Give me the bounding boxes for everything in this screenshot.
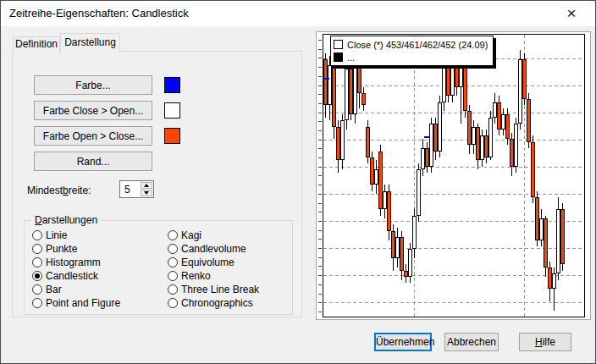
y-axis-tick bbox=[318, 194, 322, 195]
radio-icon bbox=[32, 298, 42, 308]
y-axis-tick bbox=[318, 239, 322, 240]
close-button[interactable]: × bbox=[555, 1, 588, 25]
radio-label: Bar bbox=[46, 284, 62, 295]
radio-icon bbox=[32, 244, 42, 254]
y-axis-tick bbox=[318, 94, 322, 95]
y-axis-tick bbox=[318, 49, 322, 50]
min-width-label: Mindestbreite: bbox=[27, 185, 91, 196]
radio-label: Chronographics bbox=[181, 298, 253, 309]
radio-icon bbox=[168, 298, 178, 308]
y-axis-tick bbox=[318, 40, 322, 41]
y-axis-tick bbox=[318, 58, 322, 58]
radio-label: Histogramm bbox=[46, 257, 101, 268]
darstellungen-groupbox: Darstellungen LiniePunkteHistogrammCandl… bbox=[24, 220, 293, 315]
radio-label: Renko bbox=[181, 271, 211, 282]
y-axis-tick bbox=[318, 130, 322, 131]
help-button[interactable]: Hilfe bbox=[519, 333, 571, 351]
y-axis-tick bbox=[318, 203, 322, 204]
spin-up-button[interactable] bbox=[141, 182, 152, 189]
radio-label: Three Line Break bbox=[181, 284, 259, 295]
y-axis-tick bbox=[318, 121, 322, 122]
y-axis-tick bbox=[318, 103, 322, 104]
farbe-swatch bbox=[164, 77, 180, 93]
radio-label: Candlevolume bbox=[181, 244, 246, 255]
y-axis-tick bbox=[318, 167, 322, 168]
legend-item: ... bbox=[334, 51, 488, 63]
y-axis-tick bbox=[318, 284, 322, 285]
radio-icon bbox=[168, 284, 178, 295]
y-axis-tick bbox=[318, 148, 322, 149]
candlestick-chart bbox=[323, 35, 584, 317]
farbe-open-close-swatch bbox=[164, 128, 180, 144]
farbe-close-open-swatch bbox=[164, 102, 180, 119]
titlebar: Zeitreihe-Eigenschaften: Candlestick × bbox=[1, 1, 595, 26]
y-axis-tick bbox=[318, 212, 322, 212]
chart-preview-panel: Close (*) 453/461/462/452 (24.09)... bbox=[316, 31, 591, 320]
darstellungen-group-label: Darstellungen bbox=[31, 214, 101, 226]
radio-icon bbox=[32, 271, 42, 281]
y-axis-tick bbox=[318, 76, 322, 77]
y-axis-tick bbox=[318, 185, 322, 185]
legend-item: Close (*) 453/461/462/452 (24.09) bbox=[334, 38, 488, 51]
chart-legend: Close (*) 453/461/462/452 (24.09)... bbox=[330, 36, 494, 66]
y-axis-tick bbox=[318, 175, 322, 176]
y-axis-tick bbox=[318, 257, 322, 258]
radio-label: Point and Figure bbox=[46, 298, 120, 309]
farbe-open-close-button[interactable]: Farbe Open > Close... bbox=[34, 126, 152, 146]
dialog-title: Zeitreihe-Eigenschaften: Candlestick bbox=[9, 1, 189, 26]
radio-label: Kagi bbox=[181, 230, 201, 241]
legend-swatch bbox=[334, 40, 343, 49]
dialog-zeitreihe-eigenschaften: Zeitreihe-Eigenschaften: Candlestick × D… bbox=[0, 0, 596, 364]
close-icon: × bbox=[566, 4, 576, 22]
radio-icon bbox=[168, 257, 178, 267]
spin-down-button[interactable] bbox=[141, 190, 152, 196]
y-axis-tick bbox=[318, 248, 322, 249]
y-axis-tick bbox=[318, 266, 322, 267]
radio-icon bbox=[32, 284, 42, 295]
tab-definition[interactable]: Definition bbox=[13, 36, 60, 52]
cancel-button[interactable]: Abbrechen bbox=[444, 333, 499, 351]
apply-button[interactable]: Übernehmen bbox=[374, 333, 432, 351]
y-axis-tick bbox=[318, 294, 322, 295]
spin-up-icon bbox=[144, 184, 149, 187]
radio-icon bbox=[168, 230, 178, 240]
y-axis-tick bbox=[318, 275, 322, 276]
min-width-input[interactable] bbox=[121, 182, 140, 196]
y-axis-tick bbox=[318, 113, 322, 113]
y-axis-tick bbox=[318, 157, 322, 158]
farbe-button[interactable]: Farbe... bbox=[34, 75, 152, 95]
spin-down-icon bbox=[144, 191, 149, 195]
legend-label: Close (*) 453/461/462/452 (24.09) bbox=[347, 40, 488, 50]
radio-icon bbox=[168, 271, 178, 281]
radio-icon bbox=[32, 230, 42, 240]
rand-button[interactable]: Rand... bbox=[34, 152, 152, 171]
y-axis-tick bbox=[318, 67, 322, 68]
tab-darstellung[interactable]: Darstellung bbox=[60, 33, 120, 53]
radio-label: Equivolume bbox=[181, 257, 235, 268]
radio-label: Candlestick bbox=[46, 271, 98, 282]
legend-swatch bbox=[334, 52, 343, 62]
min-width-spinner bbox=[119, 180, 154, 198]
y-axis-tick bbox=[318, 85, 322, 86]
radio-icon bbox=[168, 244, 178, 254]
legend-label: ... bbox=[347, 52, 355, 63]
y-axis-tick bbox=[318, 302, 322, 303]
y-axis-tick bbox=[318, 140, 322, 141]
farbe-close-open-button[interactable]: Farbe Close > Open... bbox=[34, 101, 152, 120]
y-axis-tick bbox=[318, 312, 322, 312]
radio-label: Linie bbox=[46, 230, 67, 241]
chart-plot-area: Close (*) 453/461/462/452 (24.09)... bbox=[323, 34, 585, 317]
y-axis-tick bbox=[318, 230, 322, 231]
tab-page: Mindestbreite: Darstellungen LiniePunkte… bbox=[12, 51, 302, 317]
y-axis-tick bbox=[318, 221, 322, 222]
radio-icon bbox=[32, 257, 42, 267]
radio-label: Punkte bbox=[46, 244, 77, 255]
